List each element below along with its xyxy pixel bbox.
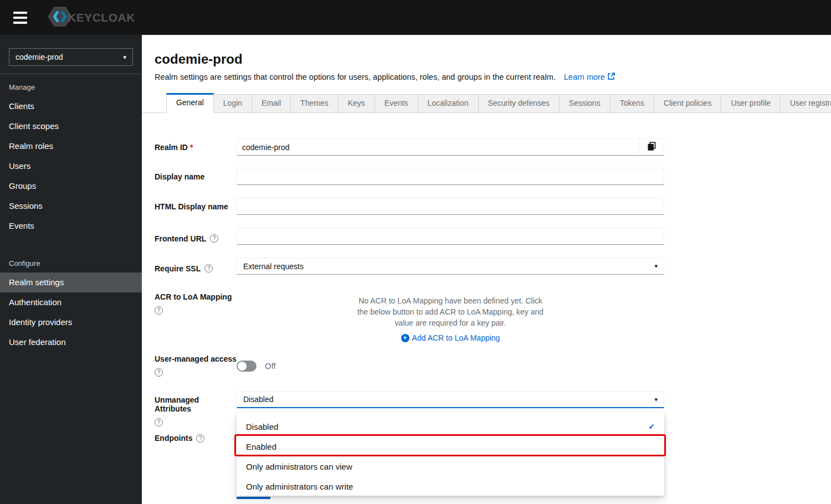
main-content: codemie-prod Realm settings are settings…	[142, 35, 831, 504]
acr-to-loa-mapping-label: ACR to LoA Mapping ?	[155, 292, 237, 342]
nav-section-title: Manage	[0, 74, 142, 96]
endpoints-label: Endpoints ?	[155, 434, 237, 443]
require-ssl-label: Require SSL ?	[155, 258, 237, 275]
tab-login[interactable]: Login	[214, 94, 252, 112]
page-description: Realm settings are settings that control…	[155, 73, 615, 81]
sidebar-item-realm-settings[interactable]: Realm settings	[0, 272, 142, 292]
chevron-down-icon: ▾	[123, 54, 126, 61]
realm-id-row: Realm ID*	[155, 138, 664, 156]
tab-localization[interactable]: Localization	[418, 94, 479, 112]
tab-security-defenses[interactable]: Security defenses	[479, 94, 560, 112]
save-button-partially-hidden[interactable]	[237, 497, 270, 499]
check-icon: ✓	[648, 422, 655, 431]
option-enabled[interactable]: Enabled	[237, 436, 664, 456]
hamburger-menu-icon[interactable]	[13, 12, 27, 24]
frontend-url-label: Frontend URL ?	[155, 228, 237, 245]
copy-icon	[648, 142, 656, 153]
require-ssl-row: Require SSL ? External requests ▾	[155, 258, 664, 275]
sidebar-item-user-federation[interactable]: User federation	[0, 332, 142, 352]
add-acr-to-loa-mapping-button[interactable]: + Add ACR to LoA Mapping	[401, 333, 500, 342]
nav-section-manage: Manage Clients Client scopes Realm roles…	[0, 74, 142, 236]
realm-selector[interactable]: codemie-prod ▾	[9, 48, 133, 66]
help-icon[interactable]: ?	[155, 418, 163, 426]
copy-button[interactable]	[639, 138, 664, 156]
page-title: codemie-prod	[155, 52, 243, 67]
sidebar: codemie-prod ▾ Manage Clients Client sco…	[0, 35, 142, 504]
option-only-admins-write[interactable]: Only administrators can write	[237, 476, 664, 496]
acr-empty-text: No ACR to LoA Mapping have been defined …	[355, 295, 546, 328]
unmanaged-attributes-select[interactable]: Disabled ▾	[237, 391, 664, 408]
tab-events[interactable]: Events	[375, 94, 418, 112]
display-name-label: Display name	[155, 168, 237, 185]
external-link-icon	[608, 73, 615, 81]
acr-empty-state: No ACR to LoA Mapping have been defined …	[237, 292, 664, 342]
frontend-url-input[interactable]	[237, 228, 664, 245]
tab-tokens[interactable]: Tokens	[611, 94, 654, 112]
display-name-input[interactable]	[237, 168, 664, 185]
help-icon[interactable]: ?	[210, 234, 218, 243]
realm-id-input[interactable]	[237, 138, 639, 156]
chevron-down-icon: ▾	[654, 263, 658, 270]
masthead: KEYCLOAK	[0, 0, 831, 35]
user-managed-access-toggle[interactable]	[237, 361, 257, 372]
help-icon[interactable]: ?	[155, 306, 163, 315]
tab-keys[interactable]: Keys	[338, 94, 375, 112]
unmanaged-attributes-dropdown-menu: Disabled ✓ Enabled Only administrators c…	[237, 413, 664, 496]
option-only-admins-view[interactable]: Only administrators can view	[237, 456, 664, 476]
nav-section-title: Configure	[0, 250, 142, 272]
user-managed-access-row: User-managed access ? Off	[155, 354, 664, 377]
sidebar-item-clients[interactable]: Clients	[0, 96, 142, 116]
sidebar-item-sessions[interactable]: Sessions	[0, 196, 142, 216]
toggle-knob	[238, 362, 247, 371]
realm-id-label: Realm ID*	[155, 138, 237, 156]
acr-to-loa-mapping-row: ACR to LoA Mapping ? No ACR to LoA Mappi…	[155, 292, 664, 342]
html-display-name-label: HTML Display name	[155, 198, 237, 215]
logo-wordmark: KEYCLOAK	[68, 11, 135, 24]
unmanaged-attributes-value: Disabled	[243, 395, 273, 404]
unmanaged-attributes-label: Unmanaged Attributes ?	[155, 391, 237, 426]
tab-bar: General Login Email Themes Keys Events L…	[142, 93, 831, 113]
realm-selector-value: codemie-prod	[16, 53, 63, 61]
nav-section-configure: Configure Realm settings Authentication …	[0, 250, 142, 352]
display-name-row: Display name	[155, 168, 664, 185]
sidebar-item-events[interactable]: Events	[0, 216, 142, 236]
tab-sessions[interactable]: Sessions	[560, 94, 611, 112]
keycloak-logo[interactable]: KEYCLOAK	[48, 7, 135, 29]
sidebar-item-realm-roles[interactable]: Realm roles	[0, 136, 142, 156]
sidebar-item-client-scopes[interactable]: Client scopes	[0, 116, 142, 136]
require-ssl-value: External requests	[243, 262, 304, 271]
option-disabled[interactable]: Disabled ✓	[237, 416, 664, 436]
tab-email[interactable]: Email	[252, 94, 291, 112]
user-managed-access-label: User-managed access ?	[155, 354, 237, 377]
require-ssl-select[interactable]: External requests ▾	[237, 258, 664, 275]
tab-themes[interactable]: Themes	[291, 94, 338, 112]
sidebar-item-users[interactable]: Users	[0, 156, 142, 176]
sidebar-item-authentication[interactable]: Authentication	[0, 292, 142, 312]
help-icon[interactable]: ?	[196, 434, 204, 443]
help-icon[interactable]: ?	[155, 368, 163, 377]
chevron-down-icon: ▾	[654, 396, 658, 403]
plus-circle-icon: +	[401, 334, 409, 342]
html-display-name-row: HTML Display name	[155, 198, 664, 215]
help-icon[interactable]: ?	[204, 264, 213, 272]
tab-user-registration[interactable]: User registration	[781, 94, 831, 112]
sidebar-item-identity-providers[interactable]: Identity providers	[0, 312, 142, 332]
html-display-name-input[interactable]	[237, 198, 664, 215]
toggle-state-label: Off	[265, 361, 276, 371]
learn-more-link[interactable]: Learn more	[564, 73, 615, 81]
tab-user-profile[interactable]: User profile	[721, 94, 781, 112]
sidebar-item-groups[interactable]: Groups	[0, 176, 142, 196]
page-description-text: Realm settings are settings that control…	[155, 73, 556, 81]
tab-client-policies[interactable]: Client policies	[654, 94, 721, 112]
required-indicator: *	[190, 143, 193, 152]
tab-general[interactable]: General	[166, 93, 214, 113]
frontend-url-row: Frontend URL ?	[155, 228, 664, 245]
